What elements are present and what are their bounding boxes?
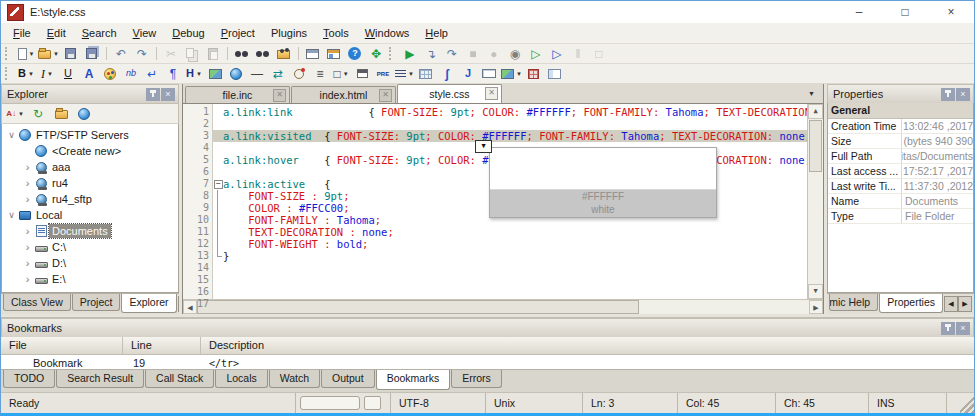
color-palette-button[interactable] [100, 65, 120, 82]
collapsed-chevron-icon[interactable]: › [22, 177, 33, 189]
bottom-tab-locals[interactable]: Locals [215, 370, 267, 388]
horizontal-rule-button[interactable]: — [247, 65, 267, 82]
list-button[interactable]: ▼ [394, 65, 415, 82]
dropdown-arrow-icon[interactable]: ▼ [28, 71, 34, 77]
find-button[interactable] [232, 45, 252, 62]
property-row[interactable]: Creation Time2017, 13:02:46 [828, 119, 973, 134]
menu-item-debug[interactable]: Debug [164, 25, 212, 41]
hyperlink-button[interactable] [226, 65, 246, 82]
pause-button[interactable]: ‖ [568, 45, 588, 62]
terminate-button[interactable]: □ [589, 45, 609, 62]
span-box-button[interactable]: □▼ [331, 65, 351, 82]
breakpoint-button[interactable]: ● [484, 45, 504, 62]
color-dropdown-button[interactable]: ▼ [475, 140, 492, 153]
expanded-chevron-icon[interactable]: ∨ [6, 130, 17, 140]
table-caption-button[interactable] [352, 65, 372, 82]
pre-tag-button[interactable]: PRE [373, 65, 393, 82]
dropdown-arrow-icon[interactable]: ▼ [18, 111, 24, 117]
scroll-right-icon[interactable]: ▶ [958, 296, 972, 312]
copy-button[interactable] [182, 45, 202, 62]
editor-horizontal-scrollbar[interactable]: ◀ ▶ [183, 299, 823, 314]
heading-button[interactable]: H▼ [184, 65, 204, 82]
scroll-right-icon[interactable]: ▶ [809, 300, 823, 314]
bottom-tab-watch[interactable]: Watch [269, 370, 320, 388]
non-breaking-space-button[interactable]: nb [121, 65, 141, 82]
property-row[interactable]: NameDocuments [828, 194, 973, 209]
save-all-button[interactable] [82, 45, 102, 62]
insert-image-button[interactable]: ▼ [500, 65, 523, 82]
find-in-files-button[interactable] [274, 45, 294, 62]
refresh-button[interactable]: ↻ [28, 105, 48, 122]
expanded-chevron-icon[interactable]: ∨ [6, 210, 17, 220]
scroll-left-icon[interactable]: ◀ [944, 296, 958, 312]
tab-properties[interactable]: Properties [879, 294, 943, 313]
font-button[interactable]: A [79, 65, 99, 82]
tree-item--create-new-[interactable]: <Create new> [2, 143, 178, 159]
redo-button[interactable]: ↷ [132, 45, 152, 62]
menu-item-help[interactable]: Help [417, 25, 456, 41]
editor-tab-file-inc[interactable]: file.inc✕ [185, 86, 290, 103]
editor-tab-index-html[interactable]: index.html✕ [291, 86, 396, 103]
folder-properties-button[interactable] [51, 105, 71, 122]
special-characters-button[interactable]: ⇄ [268, 65, 288, 82]
column-file[interactable]: File [1, 337, 123, 354]
bottom-tab-search-result[interactable]: Search Result [56, 370, 144, 388]
table-button[interactable] [416, 65, 436, 82]
dropdown-arrow-icon[interactable]: ▼ [29, 51, 35, 57]
run-no-debug-button[interactable]: ▷ [526, 45, 546, 62]
save-button[interactable] [61, 45, 81, 62]
step-into-button[interactable]: ↴ [421, 45, 441, 62]
inspect-button[interactable]: ◉ [505, 45, 525, 62]
bottom-tab-output[interactable]: Output [321, 370, 375, 388]
tree-item-ru4-sftp[interactable]: ›ru4_sftp [2, 191, 178, 207]
column-line[interactable]: Line [123, 337, 201, 354]
tree-item-d-[interactable]: ›D:\ [2, 255, 178, 271]
tree-item-ru4[interactable]: ›ru4 [2, 175, 178, 191]
close-button[interactable]: × [928, 1, 974, 23]
div-tag-button[interactable]: ≡ [310, 65, 330, 82]
menu-item-file[interactable]: File [5, 25, 39, 41]
tab-dynamic-help[interactable]: Dynamic Help [829, 294, 878, 311]
column-description[interactable]: Description [201, 337, 974, 354]
run-alt-button[interactable]: ▷ [547, 45, 567, 62]
menu-item-tools[interactable]: Tools [315, 25, 357, 41]
scroll-down-icon[interactable]: ▼ [808, 284, 823, 299]
close-panel-icon[interactable]: × [956, 88, 970, 101]
close-panel-icon[interactable]: × [956, 322, 970, 335]
property-row[interactable]: Size390 940 bytes) [828, 134, 973, 149]
maximize-button[interactable]: □ [882, 1, 928, 23]
collapsed-chevron-icon[interactable]: › [22, 257, 33, 269]
menu-item-plugins[interactable]: Plugins [263, 25, 315, 41]
dropdown-arrow-icon[interactable]: ▼ [47, 71, 53, 77]
minimize-button[interactable]: – [836, 1, 882, 23]
ftp-connection-button[interactable] [74, 105, 94, 122]
close-panel-icon[interactable]: × [161, 88, 175, 101]
find-next-button[interactable] [253, 45, 273, 62]
menu-item-windows[interactable]: Windows [357, 25, 418, 41]
italic-button[interactable]: I▼ [37, 65, 57, 82]
undo-button[interactable]: ↶ [111, 45, 131, 62]
editor-tab-style-css[interactable]: style.css✕ [397, 84, 502, 103]
resize-grip[interactable] [960, 393, 974, 413]
collapsed-chevron-icon[interactable]: › [22, 225, 33, 237]
collapse-icon[interactable]: − [214, 180, 223, 189]
pin-icon[interactable] [941, 322, 955, 335]
collapsed-chevron-icon[interactable]: › [22, 273, 33, 285]
scroll-up-icon[interactable]: ▲ [808, 104, 823, 119]
step-over-button[interactable]: ↷ [442, 45, 462, 62]
tab-list-icon[interactable]: ▼ [804, 88, 819, 99]
frames-button[interactable] [545, 65, 565, 82]
line-break-button[interactable]: ↵ [142, 65, 162, 82]
image-button[interactable] [205, 65, 225, 82]
script-tag-button[interactable]: ʃ [437, 65, 457, 82]
form-field-button[interactable] [479, 65, 499, 82]
named-anchor-button[interactable] [289, 65, 309, 82]
paste-button[interactable] [203, 45, 223, 62]
editor-vertical-scrollbar[interactable]: ▲ ▼ [807, 104, 823, 299]
tab-project[interactable]: Project [72, 294, 121, 311]
dropdown-arrow-icon[interactable]: ▼ [516, 71, 522, 77]
tree-item-aaa[interactable]: ›aaa [2, 159, 178, 175]
fold-marker[interactable]: − [213, 178, 223, 190]
close-tab-icon[interactable]: ✕ [485, 87, 498, 100]
tab-class-view[interactable]: Class View [3, 294, 71, 311]
